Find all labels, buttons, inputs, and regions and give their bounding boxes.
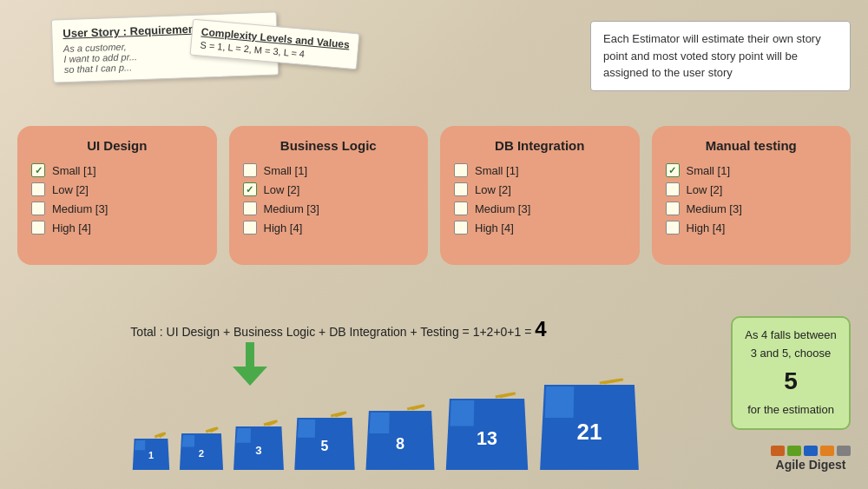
checkbox-box-0-2[interactable] bbox=[31, 202, 45, 215]
ad-icon-4 bbox=[820, 446, 834, 456]
checkbox-label-2-0: Small [1] bbox=[475, 164, 519, 177]
bucket-wrap-4: 8 bbox=[365, 400, 436, 472]
bucket-wrap-5: 13 bbox=[444, 388, 529, 472]
svg-text:13: 13 bbox=[477, 427, 497, 449]
bucket-svg-5: 13 bbox=[444, 388, 529, 472]
result-line3: for the estimation bbox=[747, 403, 834, 416]
checkbox-box-1-1[interactable]: ✓ bbox=[243, 182, 257, 196]
agile-digest-icons bbox=[771, 446, 851, 456]
checkbox-box-1-3[interactable] bbox=[243, 221, 257, 235]
svg-text:8: 8 bbox=[396, 435, 404, 453]
checkbox-box-3-2[interactable] bbox=[666, 202, 680, 215]
buckets-row: 123581321 bbox=[52, 374, 720, 472]
ad-icon-5 bbox=[837, 446, 851, 456]
info-text: Each Estimator will estimate their own s… bbox=[603, 32, 821, 79]
checkbox-item-2-2[interactable]: Medium [3] bbox=[454, 202, 626, 215]
estimation-card-3: Manual testing✓Small [1]Low [2]Medium [3… bbox=[652, 126, 852, 265]
checkbox-item-0-2[interactable]: Medium [3] bbox=[31, 202, 203, 215]
green-down-arrow bbox=[233, 342, 267, 386]
checkbox-item-2-3[interactable]: High [4] bbox=[454, 221, 626, 235]
bucket-svg-0: 1 bbox=[132, 428, 170, 472]
checkbox-label-3-0: Small [1] bbox=[687, 164, 731, 177]
total-result-number: 4 bbox=[535, 317, 546, 340]
checkbox-item-1-0[interactable]: Small [1] bbox=[243, 163, 415, 177]
checkbox-item-0-1[interactable]: Low [2] bbox=[31, 182, 203, 196]
checkbox-label-1-0: Small [1] bbox=[264, 164, 308, 177]
checkbox-label-0-2: Medium [3] bbox=[52, 202, 108, 215]
ad-icon-1 bbox=[771, 446, 785, 456]
checkbox-item-2-0[interactable]: Small [1] bbox=[454, 163, 626, 177]
checkbox-box-3-1[interactable] bbox=[666, 182, 680, 196]
checkbox-item-2-1[interactable]: Low [2] bbox=[454, 182, 626, 196]
agile-digest: Agile Digest bbox=[771, 446, 851, 472]
info-box: Each Estimator will estimate their own s… bbox=[590, 21, 851, 91]
svg-marker-1 bbox=[135, 440, 145, 450]
checkbox-label-3-3: High [4] bbox=[687, 221, 726, 235]
checkbox-box-2-1[interactable] bbox=[454, 182, 468, 196]
bucket-wrap-0: 1 bbox=[132, 428, 170, 472]
checkbox-item-0-3[interactable]: High [4] bbox=[31, 221, 203, 235]
bucket-svg-4: 8 bbox=[365, 400, 436, 472]
svg-text:5: 5 bbox=[321, 439, 329, 453]
checkbox-item-3-0[interactable]: ✓Small [1] bbox=[666, 163, 838, 177]
checkbox-box-0-3[interactable] bbox=[31, 221, 45, 235]
checkbox-label-2-2: Medium [3] bbox=[475, 202, 530, 215]
svg-marker-4 bbox=[181, 435, 194, 447]
bucket-svg-6: 21 bbox=[538, 374, 641, 472]
ad-icon-2 bbox=[787, 446, 801, 456]
checkbox-label-1-2: Medium [3] bbox=[264, 202, 319, 215]
svg-text:2: 2 bbox=[199, 448, 204, 459]
result-line2: 3 and 5, choose bbox=[751, 347, 832, 360]
svg-marker-22 bbox=[233, 367, 267, 386]
svg-marker-19 bbox=[545, 387, 575, 418]
card-title-1: Business Logic bbox=[243, 138, 415, 153]
checkbox-box-3-3[interactable] bbox=[666, 221, 680, 235]
checkbox-label-3-1: Low [2] bbox=[687, 183, 723, 196]
card-title-3: Manual testing bbox=[666, 138, 838, 153]
checkbox-box-0-0[interactable]: ✓ bbox=[31, 163, 45, 177]
checkbox-item-1-3[interactable]: High [4] bbox=[243, 221, 415, 235]
checkbox-label-2-3: High [4] bbox=[475, 221, 514, 235]
checkbox-label-0-0: Small [1] bbox=[52, 164, 96, 177]
checkbox-label-0-1: Low [2] bbox=[52, 183, 89, 196]
svg-marker-16 bbox=[450, 400, 474, 426]
card-title-0: UI Design bbox=[31, 138, 203, 153]
checkbox-item-3-3[interactable]: High [4] bbox=[666, 221, 838, 235]
checkbox-box-1-2[interactable] bbox=[243, 202, 257, 215]
checkbox-label-3-2: Medium [3] bbox=[687, 202, 742, 215]
checkbox-box-2-2[interactable] bbox=[454, 202, 468, 215]
agile-digest-label: Agile Digest bbox=[776, 458, 846, 472]
bucket-svg-2: 3 bbox=[233, 416, 285, 472]
cards-section: UI Design✓Small [1]Low [2]Medium [3]High… bbox=[17, 126, 851, 265]
svg-rect-21 bbox=[246, 342, 254, 367]
result-number: 5 bbox=[745, 362, 837, 401]
checkbox-box-0-1[interactable] bbox=[31, 182, 45, 196]
checkbox-label-1-3: High [4] bbox=[264, 221, 303, 235]
ad-icon-3 bbox=[804, 446, 818, 456]
bucket-wrap-3: 5 bbox=[293, 407, 356, 472]
bucket-wrap-2: 3 bbox=[233, 416, 285, 472]
checkbox-box-2-3[interactable] bbox=[454, 221, 468, 235]
checkbox-item-0-0[interactable]: ✓Small [1] bbox=[31, 163, 203, 177]
estimation-card-0: UI Design✓Small [1]Low [2]Medium [3]High… bbox=[17, 126, 217, 265]
total-formula-text: Total : UI Design + Business Logic + DB … bbox=[130, 325, 535, 339]
checkbox-box-1-0[interactable] bbox=[243, 163, 257, 177]
checkbox-item-1-1[interactable]: ✓Low [2] bbox=[243, 182, 415, 196]
bucket-wrap-1: 2 bbox=[179, 423, 224, 472]
result-line1: As 4 falls between bbox=[745, 328, 837, 341]
checkbox-item-3-2[interactable]: Medium [3] bbox=[666, 202, 838, 215]
result-box: As 4 falls between 3 and 5, choose 5 for… bbox=[731, 316, 851, 430]
checkbox-label-2-1: Low [2] bbox=[475, 183, 511, 196]
checkbox-item-1-2[interactable]: Medium [3] bbox=[243, 202, 415, 215]
checkbox-label-0-3: High [4] bbox=[52, 221, 91, 235]
svg-marker-13 bbox=[369, 413, 389, 433]
bucket-wrap-6: 21 bbox=[538, 374, 641, 472]
total-row: Total : UI Design + Business Logic + DB … bbox=[0, 317, 677, 341]
green-arrow-wrap bbox=[233, 342, 267, 389]
svg-text:3: 3 bbox=[255, 444, 261, 457]
checkbox-box-2-0[interactable] bbox=[454, 163, 468, 177]
checkbox-box-3-0[interactable]: ✓ bbox=[666, 163, 680, 177]
svg-marker-7 bbox=[236, 428, 251, 443]
svg-marker-10 bbox=[298, 420, 315, 438]
checkbox-item-3-1[interactable]: Low [2] bbox=[666, 182, 838, 196]
